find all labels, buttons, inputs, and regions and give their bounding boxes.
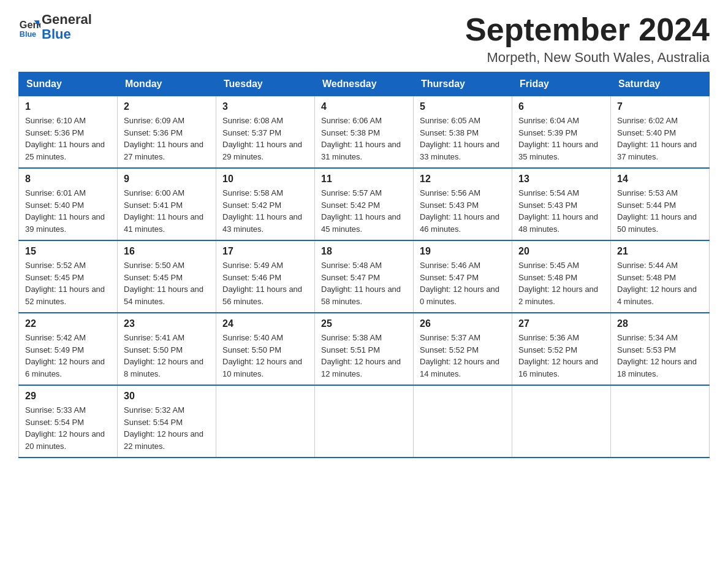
day-cell: 5 Sunrise: 6:05 AM Sunset: 5:38 PM Dayli… <box>414 96 512 169</box>
daylight-label: Daylight: 11 hours and 41 minutes. <box>124 212 203 234</box>
sunrise-label: Sunrise: 5:32 AM <box>124 405 184 415</box>
header-monday: Monday <box>118 72 216 96</box>
day-number: 20 <box>518 246 604 257</box>
day-info: Sunrise: 5:40 AM Sunset: 5:50 PM Dayligh… <box>222 332 308 380</box>
day-cell: 24 Sunrise: 5:40 AM Sunset: 5:50 PM Dayl… <box>216 313 315 385</box>
day-cell: 4 Sunrise: 6:06 AM Sunset: 5:38 PM Dayli… <box>315 96 414 169</box>
day-info: Sunrise: 5:46 AM Sunset: 5:47 PM Dayligh… <box>420 259 506 307</box>
day-number: 6 <box>518 101 604 112</box>
day-cell <box>414 385 512 458</box>
sunset-label: Sunset: 5:42 PM <box>222 201 281 210</box>
sunset-label: Sunset: 5:41 PM <box>124 201 183 210</box>
sunrise-label: Sunrise: 5:36 AM <box>518 333 579 342</box>
day-number: 23 <box>124 318 210 329</box>
day-info: Sunrise: 5:36 AM Sunset: 5:52 PM Dayligh… <box>518 332 604 380</box>
day-cell <box>315 385 414 458</box>
daylight-label: Daylight: 11 hours and 50 minutes. <box>617 212 697 234</box>
sunrise-label: Sunrise: 5:33 AM <box>25 405 86 415</box>
day-cell: 21 Sunrise: 5:44 AM Sunset: 5:48 PM Dayl… <box>611 240 710 313</box>
header-saturday: Saturday <box>611 72 710 96</box>
day-info: Sunrise: 5:53 AM Sunset: 5:44 PM Dayligh… <box>617 187 703 235</box>
month-title: September 2024 <box>465 12 710 47</box>
day-number: 14 <box>617 174 703 185</box>
day-cell: 16 Sunrise: 5:50 AM Sunset: 5:45 PM Dayl… <box>118 240 216 313</box>
sunrise-label: Sunrise: 5:34 AM <box>617 333 678 342</box>
sunrise-label: Sunrise: 6:01 AM <box>25 188 86 197</box>
day-cell: 20 Sunrise: 5:45 AM Sunset: 5:48 PM Dayl… <box>512 240 611 313</box>
page-header: General Blue General Blue September 2024… <box>18 12 710 66</box>
header-row: SundayMondayTuesdayWednesdayThursdayFrid… <box>19 72 710 96</box>
daylight-label: Daylight: 12 hours and 2 minutes. <box>518 285 598 306</box>
sunrise-label: Sunrise: 5:41 AM <box>124 333 184 342</box>
day-number: 26 <box>420 318 506 329</box>
day-number: 7 <box>617 101 703 112</box>
day-info: Sunrise: 5:32 AM Sunset: 5:54 PM Dayligh… <box>124 404 210 452</box>
sunset-label: Sunset: 5:52 PM <box>518 345 577 354</box>
day-info: Sunrise: 5:34 AM Sunset: 5:53 PM Dayligh… <box>617 332 703 380</box>
day-cell: 2 Sunrise: 6:09 AM Sunset: 5:36 PM Dayli… <box>118 96 216 169</box>
sunrise-label: Sunrise: 5:56 AM <box>420 188 480 197</box>
week-row-4: 22 Sunrise: 5:42 AM Sunset: 5:49 PM Dayl… <box>19 313 710 385</box>
daylight-label: Daylight: 12 hours and 14 minutes. <box>420 357 499 378</box>
sunset-label: Sunset: 5:43 PM <box>518 201 577 210</box>
sunset-label: Sunset: 5:39 PM <box>518 128 577 137</box>
daylight-label: Daylight: 11 hours and 48 minutes. <box>518 212 598 234</box>
sunrise-label: Sunrise: 5:58 AM <box>222 188 283 197</box>
logo-blue: Blue <box>42 27 92 42</box>
day-cell: 17 Sunrise: 5:49 AM Sunset: 5:46 PM Dayl… <box>216 240 315 313</box>
day-cell: 28 Sunrise: 5:34 AM Sunset: 5:53 PM Dayl… <box>611 313 710 385</box>
day-number: 10 <box>222 174 308 185</box>
daylight-label: Daylight: 11 hours and 25 minutes. <box>25 140 105 161</box>
day-number: 2 <box>124 101 210 112</box>
day-cell: 15 Sunrise: 5:52 AM Sunset: 5:45 PM Dayl… <box>19 240 118 313</box>
day-cell: 18 Sunrise: 5:48 AM Sunset: 5:47 PM Dayl… <box>315 240 414 313</box>
daylight-label: Daylight: 12 hours and 10 minutes. <box>222 357 302 378</box>
day-info: Sunrise: 6:06 AM Sunset: 5:38 PM Dayligh… <box>321 115 407 163</box>
day-number: 13 <box>518 174 604 185</box>
daylight-label: Daylight: 12 hours and 22 minutes. <box>124 429 203 451</box>
sunrise-label: Sunrise: 6:09 AM <box>124 116 184 125</box>
daylight-label: Daylight: 11 hours and 45 minutes. <box>321 212 401 234</box>
day-cell: 14 Sunrise: 5:53 AM Sunset: 5:44 PM Dayl… <box>611 168 710 240</box>
day-cell: 25 Sunrise: 5:38 AM Sunset: 5:51 PM Dayl… <box>315 313 414 385</box>
day-info: Sunrise: 6:00 AM Sunset: 5:41 PM Dayligh… <box>124 187 210 235</box>
sunset-label: Sunset: 5:51 PM <box>321 345 380 354</box>
day-number: 29 <box>25 391 111 402</box>
sunrise-label: Sunrise: 5:57 AM <box>321 188 382 197</box>
sunset-label: Sunset: 5:36 PM <box>25 128 84 137</box>
sunset-label: Sunset: 5:38 PM <box>420 128 479 137</box>
calendar-header: SundayMondayTuesdayWednesdayThursdayFrid… <box>19 72 710 96</box>
day-info: Sunrise: 6:10 AM Sunset: 5:36 PM Dayligh… <box>25 115 111 163</box>
day-number: 1 <box>25 101 111 112</box>
sunset-label: Sunset: 5:45 PM <box>124 273 183 282</box>
sunset-label: Sunset: 5:47 PM <box>420 273 479 282</box>
day-info: Sunrise: 5:44 AM Sunset: 5:48 PM Dayligh… <box>617 259 703 307</box>
day-info: Sunrise: 5:49 AM Sunset: 5:46 PM Dayligh… <box>222 259 308 307</box>
day-info: Sunrise: 5:33 AM Sunset: 5:54 PM Dayligh… <box>25 404 111 452</box>
day-cell: 6 Sunrise: 6:04 AM Sunset: 5:39 PM Dayli… <box>512 96 611 169</box>
day-cell <box>611 385 710 458</box>
day-cell: 13 Sunrise: 5:54 AM Sunset: 5:43 PM Dayl… <box>512 168 611 240</box>
day-number: 4 <box>321 101 407 112</box>
day-info: Sunrise: 5:57 AM Sunset: 5:42 PM Dayligh… <box>321 187 407 235</box>
daylight-label: Daylight: 12 hours and 4 minutes. <box>617 285 697 306</box>
day-number: 21 <box>617 246 703 257</box>
day-number: 5 <box>420 101 506 112</box>
day-number: 16 <box>124 246 210 257</box>
day-number: 22 <box>25 318 111 329</box>
sunset-label: Sunset: 5:40 PM <box>617 128 676 137</box>
logo-general: General <box>42 12 92 27</box>
day-info: Sunrise: 6:02 AM Sunset: 5:40 PM Dayligh… <box>617 115 703 163</box>
sunset-label: Sunset: 5:52 PM <box>420 345 479 354</box>
title-block: September 2024 Morpeth, New South Wales,… <box>465 12 710 66</box>
day-cell: 1 Sunrise: 6:10 AM Sunset: 5:36 PM Dayli… <box>19 96 118 169</box>
sunset-label: Sunset: 5:49 PM <box>25 345 84 354</box>
day-cell: 23 Sunrise: 5:41 AM Sunset: 5:50 PM Dayl… <box>118 313 216 385</box>
day-info: Sunrise: 5:58 AM Sunset: 5:42 PM Dayligh… <box>222 187 308 235</box>
sunset-label: Sunset: 5:37 PM <box>222 128 281 137</box>
sunset-label: Sunset: 5:40 PM <box>25 201 84 210</box>
sunrise-label: Sunrise: 5:49 AM <box>222 261 283 270</box>
day-number: 12 <box>420 174 506 185</box>
header-thursday: Thursday <box>414 72 512 96</box>
day-info: Sunrise: 5:56 AM Sunset: 5:43 PM Dayligh… <box>420 187 506 235</box>
